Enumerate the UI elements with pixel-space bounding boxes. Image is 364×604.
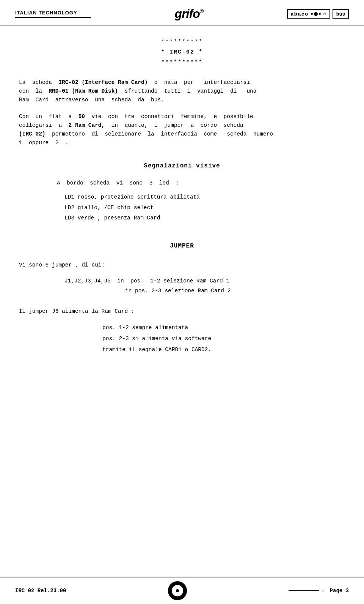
- footer-center: [168, 581, 187, 600]
- stars-bottom: **********: [19, 57, 345, 68]
- footer-logo-inner: [172, 585, 183, 596]
- footer-page-label: Page 3: [330, 588, 349, 594]
- grifo-logo: grifo®: [175, 7, 203, 21]
- footer-left: IRC 02 Rel.23.00: [15, 588, 66, 594]
- italian-tech-label: ITALIAN TECHNOLOGY: [15, 10, 77, 16]
- irc-bold: IRC-02 (Interface Ram Card): [58, 79, 147, 85]
- abaco-reg: ®: [323, 12, 326, 16]
- abaco-dots: [311, 12, 321, 16]
- led-intro: A bordo scheda vi sono 3 led :: [57, 180, 345, 186]
- j6-pos3: tramite il segnale CARD1 o CARD2.: [102, 347, 211, 353]
- footer-logo-circle: [168, 581, 187, 600]
- header-left: ITALIAN TECHNOLOGY: [15, 10, 91, 18]
- jumper-intro: Vi sono 6 jumper , di cui:: [19, 260, 345, 270]
- led-section: A bordo scheda vi sono 3 led : LD1 rosso…: [19, 180, 345, 224]
- bus-text: bus: [336, 11, 345, 17]
- abaco-logo: abaco ®: [287, 9, 330, 19]
- j6-pos2: pos. 2-3 si alimenta via software: [102, 336, 211, 342]
- header-center: grifo®: [175, 7, 203, 21]
- led3-item: LD3 verde , presenza Ram Card: [64, 213, 345, 224]
- j12345-pos1: 1-2 selezione Ram Card 1: [150, 278, 229, 284]
- title-section: ********** * IRC-02 * **********: [19, 37, 345, 68]
- led1-item: LD1 rosso, protezione scrittura abilitat…: [64, 192, 345, 203]
- abaco-text: abaco: [291, 11, 309, 17]
- segnalazioni-heading: Segnalazioni visive: [19, 162, 345, 169]
- j12345-label: J1,J2,J3,J4,J5 in pos.: [64, 278, 147, 284]
- footer-irc-label: IRC 02 Rel.23.00: [15, 588, 66, 594]
- j6-pos1: pos. 1-2 sempre alimentata: [102, 325, 188, 331]
- j6-intro-text: Il jumper J6 alimenta la Ram Card :: [19, 308, 135, 314]
- footer-line: [289, 590, 319, 591]
- dot-icon-2: [319, 13, 321, 15]
- intro-paragraph: La scheda IRC-02 (Interface Ram Card) e …: [19, 78, 345, 105]
- jumper-j12345: J1,J2,J3,J4,J5 in pos. 1-2 selezione Ram…: [19, 276, 345, 296]
- header: ITALIAN TECHNOLOGY grifo® abaco ® bus: [0, 0, 364, 25]
- header-line: [15, 17, 91, 18]
- irc-title: * IRC-02 *: [19, 47, 345, 57]
- 50-bold: 50: [78, 114, 85, 120]
- page-container: ITALIAN TECHNOLOGY grifo® abaco ® bus: [0, 0, 364, 604]
- rrd-bold: RRD-01 (Ram Rom Disk): [49, 88, 118, 94]
- j6-detail: pos. 1-2 sempre alimentata pos. 2-3 si a…: [19, 322, 345, 355]
- footer-logo-dot: [176, 589, 179, 592]
- footer-right: – Page 3: [289, 588, 349, 594]
- jumper-intro-text: Vi sono 6 jumper , di cui:: [19, 262, 105, 268]
- paragraph2: Con un flat a 50 vie con tre connettori …: [19, 112, 345, 148]
- jumper-heading: JUMPER: [19, 243, 345, 249]
- j6-section: Il jumper J6 alimenta la Ram Card : pos.…: [19, 306, 345, 355]
- led2-item: LD2 giallo, /CE chip select: [64, 203, 345, 213]
- irc02-bold: (IRC 02): [19, 131, 46, 137]
- footer-page: –: [321, 588, 328, 594]
- led-intro-text: A bordo scheda vi sono 3 led :: [57, 180, 179, 186]
- led-list: LD1 rosso, protezione scrittura abilitat…: [57, 192, 345, 224]
- 2ram-bold: 2 Ram Card,: [69, 122, 105, 128]
- main-content: ********** * IRC-02 * ********** La sche…: [0, 25, 364, 373]
- header-right: abaco ® bus: [287, 9, 349, 19]
- footer: IRC 02 Rel.23.00 – Page 3: [0, 577, 364, 604]
- dot-large-icon: [314, 12, 318, 16]
- j6-intro: Il jumper J6 alimenta la Ram Card :: [19, 306, 345, 316]
- bus-box: bus: [333, 9, 349, 19]
- dot-icon: [311, 13, 313, 15]
- stars-top: **********: [19, 37, 345, 47]
- j12345-pos2: in pos. 2-3 selezione Ram Card 2: [64, 288, 231, 294]
